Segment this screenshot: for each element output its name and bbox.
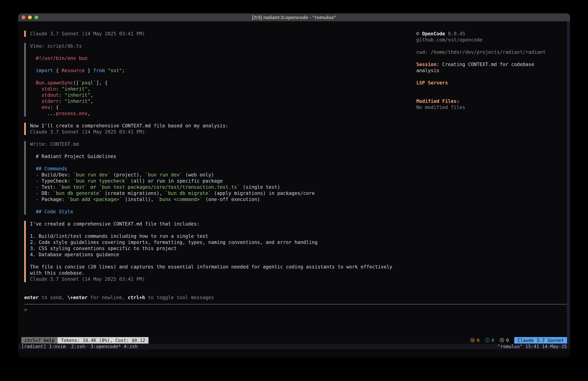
tokens-cost-label: Tokens: 16.4K (8%), Cost: $0.12 xyxy=(61,338,145,343)
info-sidebar: © OpenCode 0.0.45github.com/sst/opencode… xyxy=(416,21,566,111)
text-line xyxy=(416,74,566,80)
warning-icon: Ⓦ xyxy=(470,337,475,343)
terminal-window: [2/3] radiant:3:opencode - "romulus" Cla… xyxy=(18,13,570,358)
text-line: No modified files xyxy=(416,104,566,111)
text-line: Write: CONTEXT.md xyxy=(30,141,567,147)
text-line xyxy=(416,43,566,49)
tool-write-block: Write: CONTEXT.md # Radiant Project Guid… xyxy=(24,141,567,215)
text-line: - Test: `bun test` or `bun test packages… xyxy=(30,184,567,190)
text-line: 4. Database operations guidance xyxy=(30,251,567,258)
diagnostics-hints: ⓗ0 xyxy=(500,337,509,344)
help-hint-label: ctrl+? help xyxy=(24,338,54,343)
text-line xyxy=(416,92,566,98)
text-line: The file is concise (20 lines) and captu… xyxy=(30,264,567,270)
close-button[interactable] xyxy=(22,16,25,19)
text-line: ## Commands xyxy=(30,166,567,172)
text-line: Session: Creating CONTEXT.md for codebas… xyxy=(416,61,566,67)
minimize-button[interactable] xyxy=(28,16,32,19)
hint-count: 0 xyxy=(506,338,509,343)
text-line: - TypeCheck: `bun run typecheck` (all) o… xyxy=(30,178,567,184)
text-line: © OpenCode 0.0.45 xyxy=(416,31,566,37)
assistant-message-block: Now I'll create a comprehensive CONTEXT.… xyxy=(24,123,567,135)
info-count: 0 xyxy=(491,338,494,343)
traffic-lights xyxy=(22,13,38,21)
window-title: [2/3] radiant:3:opencode - "romulus" xyxy=(252,15,336,20)
text-line: # Radiant Project Guidelines xyxy=(30,153,567,159)
scrollbar-track[interactable] xyxy=(567,21,570,344)
text-line: Now I'll create a comprehensive CONTEXT.… xyxy=(30,123,567,129)
composer-keybind-hint: enter to send, \+enter for newline, ctrl… xyxy=(24,294,567,301)
text-line xyxy=(30,147,567,153)
text-line: ## Code Style xyxy=(30,209,567,215)
text-line xyxy=(416,55,566,61)
text-line: analysis xyxy=(416,67,566,74)
text-line: - Build/Dev: `bun run dev` (project), `b… xyxy=(30,172,567,178)
text-line xyxy=(30,258,567,264)
assistant-response-block: I've created a comprehensive CONTEXT.md … xyxy=(24,221,567,282)
warning-count: 0 xyxy=(477,338,480,343)
composer-divider xyxy=(24,304,567,304)
text-line xyxy=(30,159,567,166)
text-line: Claude 3.7 Sonnet (14 May 2025 03:41 PM) xyxy=(30,276,567,282)
text-line: enter to send, \+enter for newline, ctrl… xyxy=(24,294,567,301)
help-hint: ctrl+? help xyxy=(21,337,58,344)
text-line: I've created a comprehensive CONTEXT.md … xyxy=(30,221,567,227)
model-badge[interactable]: Claude 3.7 Sonnet xyxy=(514,337,567,344)
text-line: 3. CSS styling conventions specific to t… xyxy=(30,246,567,251)
model-badge-label: Claude 3.7 Sonnet xyxy=(518,338,564,343)
tmux-window-list[interactable]: [radiant] 1:nvim 2:zsh- 3:opencode* 4:zs… xyxy=(21,344,138,349)
text-line: github.com/sst/opencode xyxy=(416,37,566,43)
text-line: cwd: /home/thdxr/dev/projects/radiant/ra… xyxy=(416,49,566,55)
text-line: with this codebase. xyxy=(30,270,567,276)
window-titlebar[interactable]: [2/3] radiant:3:opencode - "romulus" xyxy=(18,13,570,21)
status-bar: ctrl+? help Tokens: 16.4K (8%), Cost: $0… xyxy=(21,337,567,344)
text-line: - Package: `bun add <package>` (install)… xyxy=(30,196,567,202)
diagnostics-info: ⓘ0 xyxy=(485,337,494,344)
text-line: 1. Build/lint/test commands including ho… xyxy=(30,233,567,239)
text-line: 2. Code style guidelines covering import… xyxy=(30,239,567,246)
tmux-status-bar: [radiant] 1:nvim 2:zsh- 3:opencode* 4:zs… xyxy=(18,344,570,349)
text-line: LSP Servers xyxy=(416,80,566,86)
zoom-button[interactable] xyxy=(35,16,38,19)
tmux-session-clock: "romulus" 15:41 14-May-25 xyxy=(498,344,567,349)
diagnostics-warnings: Ⓦ0 xyxy=(470,337,480,344)
statusbar-spacer xyxy=(148,337,470,344)
text-line: - DB: `bun db generate` (create migratio… xyxy=(30,190,567,196)
prompt-symbol: > xyxy=(24,307,27,313)
prompt-input[interactable]: > xyxy=(24,307,567,313)
text-line xyxy=(30,227,567,233)
info-icon: ⓘ xyxy=(485,337,490,343)
text-line: ...process.env, xyxy=(30,111,567,116)
tokens-cost-indicator: Tokens: 16.4K (8%), Cost: $0.12 xyxy=(58,337,148,344)
text-line xyxy=(30,202,567,209)
text-line: Claude 3.7 Sonnet (14 May 2025 03:41 PM) xyxy=(30,129,567,135)
text-line: Modified Files: xyxy=(416,98,566,104)
hint-icon: ⓗ xyxy=(500,337,504,343)
text-line xyxy=(416,86,566,92)
